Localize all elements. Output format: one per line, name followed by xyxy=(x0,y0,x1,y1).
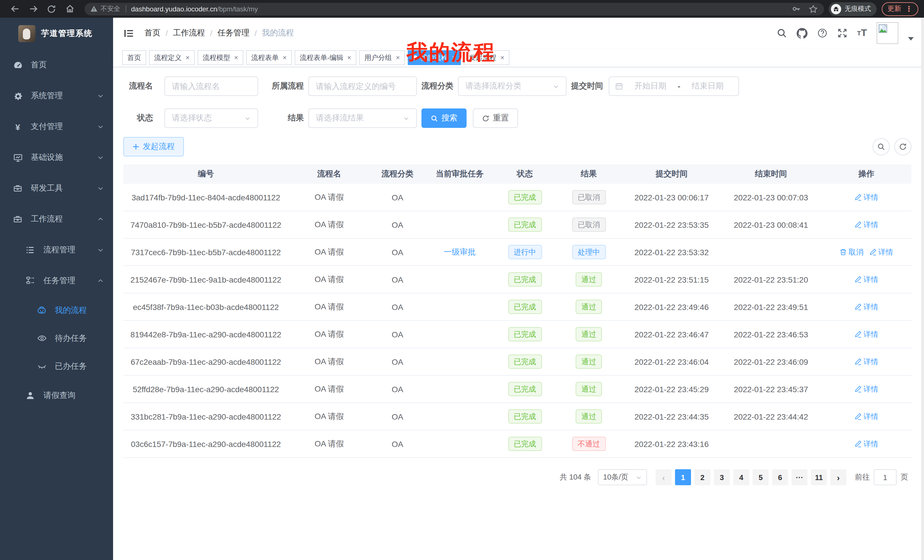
show-search-button[interactable] xyxy=(873,138,890,155)
page-number-button[interactable]: 1 xyxy=(675,469,691,485)
detail-action[interactable]: 详情 xyxy=(854,439,878,449)
view-tab[interactable]: 发起流程 × xyxy=(464,50,509,65)
process-id: 331bc281-7b9a-11ec-a290-acde48001122 xyxy=(123,412,288,421)
page-number-button[interactable]: 5 xyxy=(753,469,769,485)
breadcrumb-home[interactable]: 首页 xyxy=(144,28,160,38)
end-time: 2022-01-23 00:08:41 xyxy=(721,220,821,229)
page-number-button[interactable]: ··· xyxy=(792,469,807,485)
process-name-input[interactable] xyxy=(172,82,251,91)
bookmark-star-icon[interactable] xyxy=(808,4,818,14)
sidebar-fold-icon[interactable] xyxy=(123,28,134,39)
security-warning[interactable]: 不安全 xyxy=(90,4,120,13)
detail-action[interactable]: 详情 xyxy=(854,220,878,230)
sidebar-item-leave-query[interactable]: 请假查询 xyxy=(0,380,113,411)
create-process-button[interactable]: 发起流程 xyxy=(123,137,184,156)
search-icon[interactable] xyxy=(777,28,787,38)
page-number-button[interactable]: 2 xyxy=(694,469,710,485)
scrollbar[interactable] xyxy=(921,18,924,560)
sidebar-item-done-tasks[interactable]: 已办任务 xyxy=(0,352,113,380)
view-tab[interactable]: 用户分组 × xyxy=(359,50,405,65)
page-number-button[interactable]: 3 xyxy=(714,469,730,485)
submit-time-range-picker[interactable]: 开始日期 - 结束日期 xyxy=(609,76,739,96)
close-icon[interactable]: × xyxy=(396,54,400,61)
end-time: 2022-01-22 23:46:53 xyxy=(721,329,821,339)
table-row: 819442e8-7b9a-11ec-a290-acde48001122 OA … xyxy=(123,321,911,348)
avatar-caret-icon[interactable] xyxy=(908,37,914,40)
view-tab[interactable]: 我的流程 × xyxy=(408,50,461,65)
help-icon[interactable] xyxy=(817,28,828,38)
close-icon[interactable]: × xyxy=(186,54,190,61)
app-logo-row[interactable]: 芋道管理系统 xyxy=(0,18,113,49)
definition-input[interactable] xyxy=(316,82,410,91)
font-size-icon[interactable]: TT xyxy=(857,27,867,39)
view-tab[interactable]: 流程模型 × xyxy=(198,50,243,65)
avatar[interactable] xyxy=(877,22,898,44)
sidebar-item-payment[interactable]: ¥ 支付管理 xyxy=(0,111,113,142)
sidebar-item-process-mgmt[interactable]: 流程管理 xyxy=(0,235,113,265)
close-icon[interactable]: × xyxy=(347,54,351,61)
sidebar-item-devtools[interactable]: 研发工具 xyxy=(0,173,113,204)
reset-button[interactable]: 重置 xyxy=(473,108,518,128)
sidebar-item-home[interactable]: 首页 xyxy=(0,49,113,81)
status-badge: 已完成 xyxy=(508,272,542,287)
cancel-action[interactable]: 取消 xyxy=(840,247,864,257)
view-tab[interactable]: 流程定义 × xyxy=(149,50,195,65)
chrome-update-button[interactable]: 更新 ⋮ xyxy=(882,2,918,16)
browser-menu-icon[interactable]: ⋮ xyxy=(905,4,913,13)
page-number-button[interactable]: 4 xyxy=(733,469,749,485)
browser-toolbar: 不安全 dashboard.yudao.iocoder.cn /bpm/task… xyxy=(0,0,924,18)
search-button[interactable]: 搜索 xyxy=(422,108,466,128)
page-number-button[interactable]: 11 xyxy=(811,469,827,485)
sidebar-item-infrastructure[interactable]: 基础设施 xyxy=(0,142,113,173)
goto-page-input[interactable] xyxy=(874,469,897,485)
chevron-up-icon xyxy=(97,277,104,284)
prev-page-button[interactable]: ‹ xyxy=(656,469,672,485)
url-host: dashboard.yudao.iocoder.cn xyxy=(131,5,217,13)
current-task-link[interactable]: 一级审批 xyxy=(444,247,476,257)
status-select[interactable]: 请选择状态 xyxy=(165,108,258,128)
category-select[interactable]: 请选择流程分类 xyxy=(458,76,567,96)
sidebar-item-my-process[interactable]: 我的流程 xyxy=(0,296,113,324)
home-icon[interactable] xyxy=(64,4,75,14)
detail-action[interactable]: 详情 xyxy=(854,192,878,202)
breadcrumb-task-mgmt[interactable]: 任务管理 xyxy=(218,28,249,38)
fullscreen-icon[interactable] xyxy=(837,28,848,38)
detail-action[interactable]: 详情 xyxy=(854,356,878,367)
detail-action[interactable]: 详情 xyxy=(869,247,893,257)
page-size-select[interactable]: 10条/页 xyxy=(598,469,647,485)
detail-action[interactable]: 详情 xyxy=(854,329,878,339)
result-badge: 已取消 xyxy=(572,217,606,232)
sidebar-item-workflow[interactable]: 工作流程 xyxy=(0,204,113,235)
forward-icon[interactable] xyxy=(28,4,38,14)
broken-image-icon xyxy=(878,24,888,33)
view-tab[interactable]: 流程表单-编辑 × xyxy=(295,50,356,65)
sidebar-item-task-mgmt[interactable]: 任务管理 xyxy=(0,265,113,296)
close-icon[interactable]: × xyxy=(283,54,286,61)
breadcrumb-workflow[interactable]: 工作流程 xyxy=(173,28,205,38)
detail-action[interactable]: 详情 xyxy=(854,384,878,394)
close-icon[interactable]: × xyxy=(500,54,504,61)
process-category: OA xyxy=(370,193,425,202)
back-icon[interactable] xyxy=(10,4,20,14)
user-icon xyxy=(25,391,35,401)
close-icon[interactable]: × xyxy=(234,54,238,61)
close-icon[interactable]: × xyxy=(452,54,456,61)
detail-action[interactable]: 详情 xyxy=(854,274,878,284)
result-select[interactable]: 请选择流结果 xyxy=(308,108,417,128)
sidebar-item-todo-tasks[interactable]: 待办任务 xyxy=(0,324,113,352)
sidebar: 芋道管理系统 首页 系统管理 ¥ 支付管理 xyxy=(0,18,113,560)
sidebar-item-system[interactable]: 系统管理 xyxy=(0,81,113,111)
github-icon[interactable] xyxy=(796,28,807,39)
key-icon[interactable] xyxy=(791,4,801,14)
detail-action[interactable]: 详情 xyxy=(854,302,878,312)
next-page-button[interactable]: › xyxy=(830,469,846,485)
plus-icon xyxy=(132,143,140,150)
address-bar[interactable]: 不安全 dashboard.yudao.iocoder.cn /bpm/task… xyxy=(84,3,824,15)
page-number-button[interactable]: 6 xyxy=(772,469,788,485)
view-tab[interactable]: 首页 × xyxy=(122,50,146,65)
reload-icon[interactable] xyxy=(46,4,57,14)
detail-action[interactable]: 详情 xyxy=(854,411,878,422)
refresh-button[interactable] xyxy=(894,138,911,155)
submit-time-label: 提交时间 xyxy=(571,81,603,91)
view-tab[interactable]: 流程表单 × xyxy=(246,50,292,65)
